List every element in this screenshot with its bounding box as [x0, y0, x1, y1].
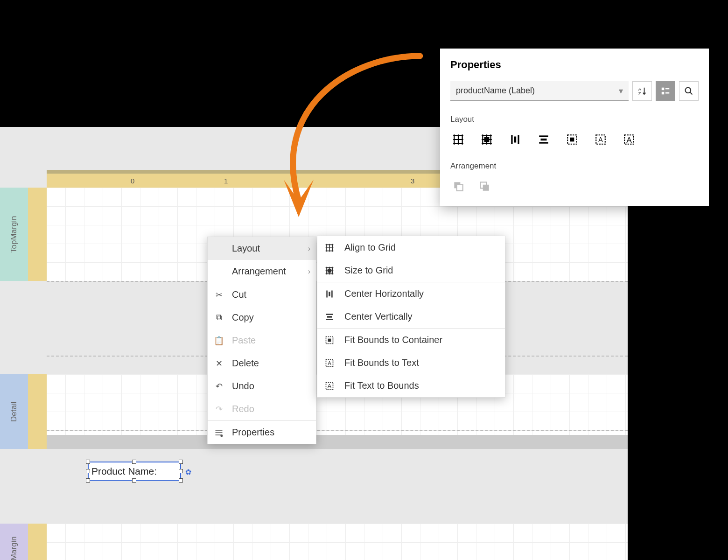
resize-handle-tl[interactable]	[86, 460, 90, 464]
svg-rect-9	[328, 338, 331, 342]
submenu-fit-bounds-container[interactable]: Fit Bounds to Container	[317, 329, 505, 351]
menu-label: Layout	[232, 243, 260, 254]
menu-label: Delete	[232, 358, 259, 369]
chevron-right-icon: ›	[308, 245, 310, 253]
svg-rect-18	[665, 88, 669, 90]
send-to-back-icon[interactable]	[450, 178, 466, 194]
svg-rect-5	[326, 314, 333, 315]
menu-item-layout[interactable]: Layout ›	[208, 237, 316, 260]
center-h-icon	[325, 288, 334, 300]
svg-rect-19	[665, 92, 669, 94]
center-h-icon[interactable]	[507, 132, 523, 147]
svg-rect-29	[570, 138, 574, 142]
properties-panel[interactable]: Properties productName (Label) ▾ AZ Layo…	[440, 49, 709, 206]
context-menu[interactable]: Layout › Arrangement › ✂ Cut ⧉ Copy 📋 Pa…	[207, 237, 316, 444]
fit-bounds-text-icon[interactable]: A	[593, 132, 609, 147]
menu-label: Cut	[232, 289, 246, 300]
menu-label: Redo	[232, 404, 254, 414]
svg-rect-25	[539, 135, 548, 137]
fit-container-icon[interactable]	[564, 132, 580, 147]
menu-label: Size to Grid	[344, 265, 393, 276]
svg-text:A: A	[328, 383, 332, 390]
menu-label: Align to Grid	[344, 242, 396, 253]
resize-handle-mr[interactable]	[179, 469, 183, 473]
band-label-bottommargin: BottomMargin	[0, 524, 28, 560]
resize-handle-bl[interactable]	[86, 478, 90, 483]
properties-icon	[214, 427, 224, 439]
gear-icon[interactable]: ✿	[185, 468, 191, 476]
menu-item-cut[interactable]: ✂ Cut	[208, 283, 316, 306]
menu-item-copy[interactable]: ⧉ Copy	[208, 306, 316, 329]
svg-rect-27	[541, 139, 547, 140]
menu-item-delete[interactable]: ✕ Delete	[208, 352, 316, 375]
menu-item-arrangement[interactable]: Arrangement ›	[208, 260, 316, 283]
chevron-right-icon: ›	[308, 267, 310, 276]
menu-label: Copy	[232, 312, 254, 323]
ruler-tick-3: 3	[411, 177, 414, 185]
submenu-align-to-grid[interactable]: Align to Grid	[317, 236, 505, 259]
undo-icon: ↶	[214, 381, 224, 392]
menu-label: Fit Text to Bounds	[344, 380, 419, 391]
paste-icon: 📋	[214, 336, 224, 346]
band-divider[interactable]	[47, 430, 628, 431]
submenu-center-vertically[interactable]: Center Vertically	[317, 305, 505, 328]
resize-handle-tc[interactable]	[132, 460, 136, 464]
search-button[interactable]	[679, 81, 699, 101]
align-grid-icon[interactable]	[450, 132, 466, 147]
align-grid-icon	[325, 242, 334, 254]
ruler-tick-1: 1	[224, 177, 228, 185]
sort-az-button[interactable]: AZ	[632, 81, 652, 101]
ruler-tick-0: 0	[131, 177, 134, 185]
layout-submenu[interactable]: Align to Grid Size to Grid Center Horizo…	[317, 236, 505, 398]
svg-rect-35	[457, 185, 463, 191]
element-selector-dropdown[interactable]: productName (Label) ▾	[450, 81, 629, 101]
svg-rect-37	[483, 185, 489, 191]
section-label-arrangement: Arrangement	[450, 161, 699, 171]
center-v-icon	[325, 311, 334, 323]
resize-handle-tr[interactable]	[179, 460, 183, 464]
svg-text:A: A	[626, 135, 632, 145]
center-v-icon[interactable]	[536, 132, 552, 147]
svg-rect-21	[484, 137, 490, 142]
redo-icon: ↷	[214, 404, 224, 414]
menu-item-paste: 📋 Paste	[208, 329, 316, 352]
svg-rect-2	[326, 290, 328, 297]
menu-label: Fit Bounds to Text	[344, 357, 419, 368]
menu-item-undo[interactable]: ↶ Undo	[208, 375, 316, 398]
submenu-size-to-grid[interactable]: Size to Grid	[317, 259, 505, 282]
submenu-center-horizontally[interactable]: Center Horizontally	[317, 282, 505, 305]
submenu-fit-bounds-text[interactable]: A Fit Bounds to Text	[317, 351, 505, 374]
menu-label: Fit Bounds to Container	[344, 335, 442, 345]
resize-handle-br[interactable]	[179, 478, 183, 483]
bring-to-front-icon[interactable]	[476, 178, 492, 194]
size-grid-icon[interactable]	[479, 132, 495, 147]
vertical-ruler	[28, 524, 47, 560]
band-content-bottom[interactable]	[47, 524, 628, 560]
svg-rect-6	[326, 319, 333, 320]
chevron-down-icon: ▾	[619, 86, 623, 96]
submenu-fit-text-bounds[interactable]: A Fit Text to Bounds	[317, 374, 505, 397]
label-element-product-name[interactable]: Product Name: ✿	[88, 462, 181, 481]
band-bottom-margin[interactable]: BottomMargin	[0, 524, 628, 560]
fit-text-bounds-icon[interactable]: A	[621, 132, 637, 147]
svg-rect-22	[511, 135, 512, 144]
category-view-button[interactable]	[656, 81, 675, 101]
menu-label: Center Horizontally	[344, 288, 424, 299]
svg-text:A: A	[328, 360, 331, 366]
resize-handle-ml[interactable]	[86, 469, 90, 473]
fit-bounds-text-icon: A	[325, 357, 334, 369]
selector-value: productName (Label)	[456, 86, 535, 96]
fit-container-icon	[325, 334, 334, 346]
svg-point-20	[686, 88, 691, 93]
vertical-ruler	[28, 188, 47, 281]
svg-text:Z: Z	[638, 91, 641, 96]
band-label-topmargin: TopMargin	[0, 188, 28, 281]
element-text: Product Name:	[91, 466, 157, 477]
menu-item-properties[interactable]: Properties	[208, 421, 316, 444]
menu-item-redo: ↷ Redo	[208, 398, 316, 420]
properties-title: Properties	[450, 59, 699, 71]
resize-handle-bc[interactable]	[132, 478, 136, 483]
svg-rect-17	[662, 92, 665, 95]
copy-icon: ⧉	[214, 313, 224, 322]
svg-rect-16	[662, 88, 665, 91]
